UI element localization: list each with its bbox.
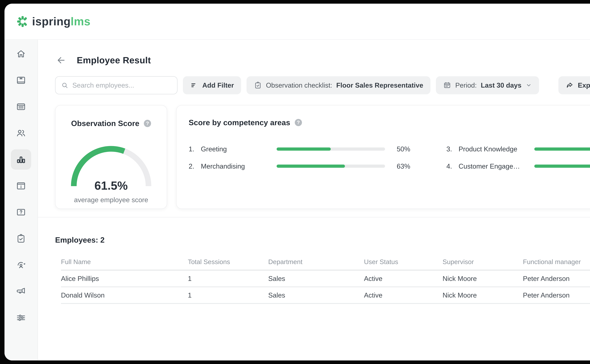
ispring-flower-icon — [16, 15, 29, 28]
employees-table: Full Name Total Sessions Department User… — [55, 254, 590, 304]
competency-areas-card: Score by competency areas ? 1. Greeting … — [176, 105, 590, 209]
observation-score-card: Observation Score ? 61.5% average employ… — [55, 105, 167, 209]
bar-chart-icon — [16, 154, 26, 165]
add-filter-button[interactable]: Add Filter — [183, 76, 241, 94]
filter-icon — [190, 81, 198, 89]
period-filter-chip[interactable]: Period: Last 30 days — [436, 76, 539, 94]
gauge-value-text: 61.5% — [69, 179, 153, 192]
users-icon — [16, 128, 26, 138]
rows-per-page-control[interactable]: Rows per page: 100 — [55, 312, 590, 319]
competency-index: 4. — [446, 162, 459, 170]
book-icon — [16, 75, 26, 85]
column-header[interactable]: Functional manager — [523, 258, 590, 266]
checklist-filter-chip[interactable]: Observation checklist: Floor Sales Repre… — [247, 76, 430, 94]
export-button[interactable]: Export — [558, 76, 590, 94]
competency-index: 3. — [446, 145, 459, 153]
column-header[interactable]: Supervisor — [442, 258, 523, 266]
back-button[interactable] — [56, 55, 66, 65]
cell-supervisor: Nick Moore — [442, 275, 523, 282]
cell-full-name: Alice Phillips — [61, 275, 188, 282]
sidebar-item-settings[interactable] — [11, 308, 31, 328]
dashboard-cards: Observation Score ? 61.5% average employ… — [55, 105, 590, 209]
sidebar-item-reports[interactable] — [11, 149, 31, 170]
cell-supervisor: Nick Moore — [442, 291, 523, 299]
competency-row: 2. Merchandising 63% — [189, 158, 410, 175]
sidebar-item-announcements[interactable] — [11, 281, 31, 301]
competency-label: Greeting — [201, 145, 277, 153]
sidebar-item-checklists[interactable] — [11, 228, 31, 249]
export-label: Export — [578, 81, 590, 89]
competency-bar-track — [277, 148, 385, 151]
cell-total-sessions: 1 — [188, 275, 268, 282]
megaphone-icon — [16, 286, 26, 297]
search-box[interactable] — [55, 76, 177, 94]
clipboard-check-icon — [16, 233, 26, 244]
back-arrow-icon — [56, 55, 66, 65]
sidebar-item-calendar[interactable] — [11, 97, 31, 117]
competency-bar-track — [534, 165, 590, 168]
employees-heading: Employees: 2 — [55, 235, 105, 244]
main-content: Employee Result Add Filter Observation c… — [38, 40, 590, 360]
help-icon[interactable]: ? — [295, 119, 302, 126]
table-header-row: Full Name Total Sessions Department User… — [61, 254, 590, 271]
cell-full-name: Donald Wilson — [61, 291, 188, 299]
sidebar-item-home[interactable] — [11, 44, 31, 64]
competency-grid: 1. Greeting 50% 2. Merchandising 63% — [189, 141, 590, 175]
competency-card-title: Score by competency areas — [189, 118, 290, 127]
competency-bar-fill — [534, 148, 590, 151]
brand-name: ispringlms — [32, 15, 91, 28]
period-filter-value: Last 30 days — [481, 81, 522, 89]
competency-percent: 63% — [385, 162, 410, 170]
gauge-caption: average employee score — [74, 196, 148, 204]
export-share-icon — [566, 81, 574, 89]
help-icon[interactable]: ? — [144, 120, 151, 127]
table-row[interactable]: Donald Wilson 1 Sales Active Nick Moore … — [61, 287, 590, 304]
page-title: Employee Result — [77, 55, 151, 65]
home-icon — [16, 49, 26, 59]
search-input[interactable] — [72, 81, 172, 89]
table-row[interactable]: Alice Phillips 1 Sales Active Nick Moore… — [61, 271, 590, 287]
sidebar-item-help[interactable] — [11, 202, 31, 222]
competency-label: Merchandising — [201, 162, 277, 170]
competency-row: 3. Product Knowledge 67% — [446, 141, 590, 158]
competency-label: Customer Engage… — [459, 162, 534, 170]
brand-logo[interactable]: ispringlms — [16, 15, 91, 28]
sidebar-item-observations[interactable] — [11, 255, 31, 275]
observer-icon — [16, 260, 26, 270]
sliders-icon — [16, 313, 26, 323]
checklist-filter-value: Floor Sales Representative — [336, 81, 423, 89]
cell-user-status: Active — [364, 291, 442, 299]
app-window: ispringlms — [5, 4, 590, 360]
column-header[interactable]: Total Sessions — [188, 258, 268, 266]
sidebar-item-info[interactable] — [11, 176, 31, 196]
cell-total-sessions: 1 — [188, 291, 268, 299]
search-icon — [61, 81, 68, 89]
competency-percent: 50% — [385, 145, 410, 153]
competency-index: 2. — [189, 162, 201, 170]
question-card-icon — [16, 207, 26, 217]
clipboard-check-icon — [254, 81, 262, 89]
calendar-icon — [443, 81, 451, 89]
competency-row: 1. Greeting 50% — [189, 141, 410, 158]
column-header[interactable]: Full Name — [61, 258, 188, 266]
observation-score-title-row: Observation Score ? — [71, 119, 151, 128]
sidebar-item-courses[interactable] — [11, 70, 31, 91]
cell-department: Sales — [268, 291, 364, 299]
competency-bar-fill — [277, 165, 345, 168]
chevron-down-icon — [526, 82, 532, 88]
competency-bar-track — [277, 165, 385, 168]
competency-label: Product Knowledge — [459, 145, 534, 153]
sidebar-item-users[interactable] — [11, 123, 31, 143]
cell-functional-manager: Peter Anderson — [523, 275, 590, 282]
column-header[interactable]: Department — [268, 258, 364, 266]
cell-functional-manager: Peter Anderson — [523, 291, 590, 299]
brand-suffix: lms — [71, 15, 91, 28]
sidebar-nav — [5, 40, 38, 360]
competency-bar-fill — [534, 165, 590, 168]
competency-row: 4. Customer Engage… 67% — [446, 158, 590, 175]
add-filter-label: Add Filter — [202, 81, 234, 89]
calendar-icon — [16, 102, 26, 112]
cell-user-status: Active — [364, 275, 442, 282]
column-header[interactable]: User Status — [364, 258, 442, 266]
competency-index: 1. — [189, 145, 201, 153]
